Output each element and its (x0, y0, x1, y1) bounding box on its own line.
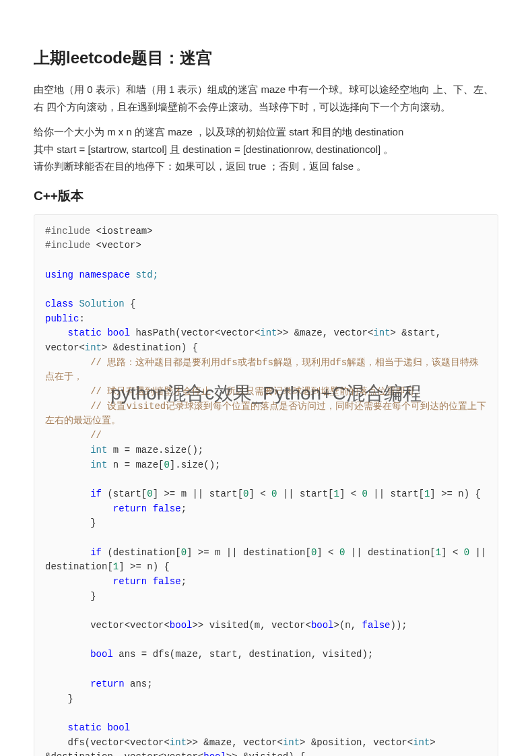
code-token: int (373, 327, 390, 338)
code-token: >> &visited) { (226, 751, 306, 756)
code-token: bool (170, 620, 193, 631)
code-token: ] < (317, 547, 339, 558)
code-token: int (85, 342, 102, 353)
code-token: return (45, 503, 147, 514)
code-token: bool (203, 751, 226, 756)
desc-line: 给你一个大小为 m x n 的迷宫 maze ，以及球的初始位置 start 和… (34, 126, 403, 137)
code-token: class (45, 298, 73, 309)
code-comment: // 球只有遇到墙壁才会停止， 所以只需要记录球遇到墙壁前的落点位置即可。 (45, 386, 424, 397)
code-token: || start[ (368, 489, 424, 499)
code-token: >> visited(m, vector< (192, 620, 310, 631)
code-token: int (260, 327, 277, 338)
code-token: (destination[ (102, 547, 181, 558)
code-token: ] >= n) { (119, 561, 170, 572)
code-token: int (413, 737, 430, 748)
code-token: { (125, 298, 136, 309)
code-token: <iostream> (90, 226, 152, 237)
code-token: ans; (125, 679, 153, 689)
code-token: 1 (113, 561, 119, 572)
code-block-cpp: #include <iostream> #include <vector> us… (34, 214, 498, 757)
code-token: int (283, 737, 300, 748)
code-token: bool (311, 620, 334, 631)
code-token: 0 (464, 547, 469, 558)
code-token: ; (181, 576, 187, 587)
code-token: } (45, 517, 96, 528)
code-token: ] >= n) { (430, 489, 481, 499)
code-token: ] >= m || destination[ (187, 547, 311, 558)
desc-line: 其中 start = [startrow, startcol] 且 destin… (34, 144, 393, 155)
code-token: > &destination) { (102, 342, 198, 353)
code-token: >(n, (334, 620, 362, 631)
code-comment: // (45, 430, 102, 441)
code-token: 1 (436, 547, 441, 558)
code-token: vector<vector< (45, 620, 170, 631)
code-token: int (45, 460, 107, 470)
code-token: #include (45, 240, 90, 251)
code-token: int (170, 737, 187, 748)
code-token: bool (45, 649, 113, 660)
code-token: false (362, 620, 391, 631)
code-token: } (45, 591, 96, 602)
code-token: namespace (73, 270, 130, 280)
code-token: n = maze[ (107, 460, 164, 470)
code-token: >> &maze, vector< (187, 737, 283, 748)
code-token: 0 (181, 547, 187, 558)
code-token: >> &maze, vector< (277, 327, 374, 338)
code-token: false (147, 576, 180, 587)
code-token: public (45, 313, 79, 324)
code-token: : (79, 313, 84, 324)
problem-description-1: 由空地（用 0 表示）和墙（用 1 表示）组成的迷宫 maze 中有一个球。球可… (34, 81, 498, 115)
code-token: )); (391, 620, 407, 631)
code-token: dfs(vector<vector< (45, 737, 170, 748)
code-token: false (147, 503, 180, 514)
code-token: <vector> (90, 240, 141, 251)
code-token: ] < (339, 489, 362, 499)
code-token: std; (130, 270, 158, 280)
code-token: (start[ (102, 489, 147, 499)
code-token: || destination[ (345, 547, 435, 558)
code-token: ] >= m || start[ (153, 489, 243, 499)
code-token: return (45, 576, 147, 587)
code-token: || start[ (277, 489, 334, 499)
code-token: static (45, 722, 102, 733)
code-token: ] < (248, 489, 271, 499)
code-token: m = maze.size(); (107, 445, 203, 455)
code-token: bool (102, 722, 130, 733)
code-token: 0 (362, 489, 368, 499)
code-token: ].size(); (170, 460, 221, 470)
code-token: static (45, 327, 102, 338)
code-token: } (45, 693, 73, 704)
code-token: #include (45, 226, 90, 237)
code-token: bool (102, 327, 130, 338)
code-token: ans = dfs(maze, start, destination, visi… (113, 649, 373, 660)
page-title: 上期leetcode题目：迷宫 (34, 47, 498, 69)
code-token: return (45, 679, 125, 689)
code-token: 1 (334, 489, 339, 499)
code-token: > &position, vector< (300, 737, 413, 748)
code-token: int (45, 445, 107, 455)
code-token: hasPath(vector<vector< (130, 327, 260, 338)
code-token: using (45, 270, 73, 280)
code-token: ] < (441, 547, 464, 558)
desc-line: 请你判断球能否在目的地停下：如果可以，返回 true ；否则，返回 false … (34, 160, 366, 172)
code-token: if (45, 547, 102, 558)
code-token: 0 (147, 489, 152, 499)
code-token: 0 (164, 460, 169, 470)
code-comment: // 设置visited记录球滚到每个位置的落点是否访问过，同时还需要在每个可到… (45, 401, 486, 427)
code-token: ; (181, 503, 187, 514)
code-token: if (45, 489, 102, 499)
code-token: 0 (271, 489, 277, 499)
problem-description-2: 给你一个大小为 m x n 的迷宫 maze ，以及球的初始位置 start 和… (34, 123, 498, 175)
code-comment: // 思路：这种题目都是要利用dfs或者bfs解题，现利用dfs解题，相当于递归… (45, 357, 479, 383)
section-heading-cpp: C++版本 (34, 187, 498, 205)
code-token: Solution (73, 298, 125, 309)
